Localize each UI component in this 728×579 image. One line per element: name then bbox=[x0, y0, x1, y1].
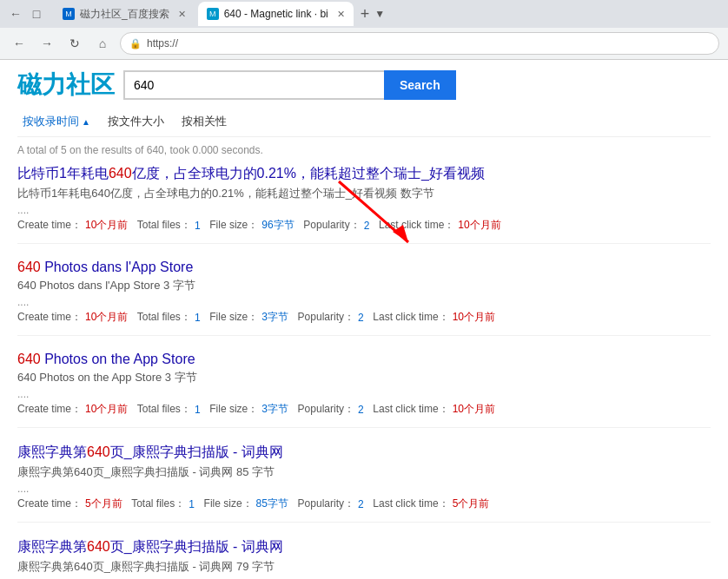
result-summary: A total of 5 on the results of 640, took… bbox=[17, 144, 711, 156]
result-4-dots: .... bbox=[17, 483, 711, 495]
sort-relevance-label: 按相关性 bbox=[182, 114, 227, 129]
tab-1-close[interactable]: ✕ bbox=[178, 9, 186, 20]
result-2-title[interactable]: 640 Photos dans l'App Store bbox=[17, 260, 193, 274]
result-item: 比特币1年耗电640亿度，占全球电力的0.21%，能耗超过整个瑞士_好看视频 比… bbox=[17, 165, 711, 244]
address-text: https:// bbox=[147, 37, 178, 49]
sort-time-arrow: ▲ bbox=[82, 117, 90, 127]
result-5-title-part1: 康熙字典第 bbox=[17, 539, 87, 554]
result-2-snippet: 640 Photos dans l'App Store 3 字节 bbox=[17, 278, 711, 293]
tab-2-close[interactable]: ✕ bbox=[337, 9, 345, 20]
result-5-snippet: 康熙字典第640页_康熙字典扫描版 - 词典网 79 字节 bbox=[17, 559, 711, 575]
forward-btn[interactable]: → bbox=[36, 33, 57, 54]
lock-icon: 🔒 bbox=[129, 38, 142, 49]
result-1-snippet: 比特币1年耗电640亿度，占全球电力的0.21%，能耗超过整个瑞士_好看视频 数… bbox=[17, 186, 711, 201]
result-4-title-part2: 页_康熙字典扫描版 - 词典网 bbox=[110, 444, 283, 459]
tab-controls: ← □ bbox=[7, 5, 45, 23]
back-btn[interactable]: ← bbox=[9, 33, 30, 54]
page-content: 磁力社区 Search 按收录时间 ▲ 按文件大小 按相关性 A total o… bbox=[0, 60, 728, 579]
result-item: 640 Photos dans l'App Store 640 Photos d… bbox=[17, 260, 711, 336]
result-1-title[interactable]: 比特币1年耗电640亿度，占全球电力的0.21%，能耗超过整个瑞士_好看视频 bbox=[17, 166, 485, 181]
sort-by-relevance-btn[interactable]: 按相关性 bbox=[176, 112, 232, 131]
results-list: 比特币1年耗电640亿度，占全球电力的0.21%，能耗超过整个瑞士_好看视频 比… bbox=[17, 165, 711, 579]
browser-chrome: ← □ M 磁力社区_百度搜索 ✕ M 640 - Magnetic link … bbox=[0, 0, 728, 60]
tab-1-favicon: M bbox=[63, 8, 75, 20]
result-1-dots: .... bbox=[17, 204, 711, 216]
result-item: 康熙字典第640页_康熙字典扫描版 - 词典网 康熙字典第640页_康熙字典扫描… bbox=[17, 538, 711, 579]
home-btn[interactable]: ⌂ bbox=[92, 33, 113, 54]
address-bar[interactable]: 🔒 https:// bbox=[120, 32, 719, 55]
result-2-highlight: 640 bbox=[17, 260, 41, 274]
nav-bar: ← → ↻ ⌂ 🔒 https:// bbox=[0, 28, 728, 59]
result-5-title[interactable]: 康熙字典第640页_康熙字典扫描版 - 词典网 bbox=[17, 539, 283, 554]
tab-1[interactable]: M 磁力社区_百度搜索 ✕ bbox=[54, 2, 195, 26]
result-3-title-rest: Photos on the App Store bbox=[41, 352, 195, 366]
result-2-title-rest: Photos dans l'App Store bbox=[41, 260, 194, 274]
result-4-meta: Create time：5个月前 Total files：1 File size… bbox=[17, 497, 711, 511]
result-1-highlight: 640 bbox=[109, 166, 132, 181]
result-4-title-part1: 康熙字典第 bbox=[17, 444, 87, 459]
tab-2-label: 640 - Magnetic link · bi bbox=[224, 8, 328, 20]
sort-time-label: 按收录时间 bbox=[23, 114, 79, 129]
site-logo: 磁力社区 bbox=[17, 69, 115, 102]
result-1-meta: Create time：10个月前 Total files：1 File siz… bbox=[17, 218, 711, 233]
logo-search-row: 磁力社区 Search bbox=[17, 69, 711, 102]
refresh-btn[interactable]: ↻ bbox=[64, 33, 85, 54]
result-item: 640 Photos on the App Store 640 Photos o… bbox=[17, 352, 711, 428]
sort-by-time-btn[interactable]: 按收录时间 ▲ bbox=[17, 112, 96, 131]
result-5-title-part2: 页_康熙字典扫描版 - 词典网 bbox=[110, 539, 283, 554]
sort-by-size-btn[interactable]: 按文件大小 bbox=[103, 112, 169, 131]
result-3-meta: Create time：10个月前 Total files：1 File siz… bbox=[17, 402, 711, 417]
new-tab-btn[interactable]: + bbox=[361, 5, 370, 23]
tab-back-btn[interactable]: ← bbox=[7, 5, 24, 23]
result-item: 康熙字典第640页_康熙字典扫描版 - 词典网 康熙字典第640页_康熙字典扫描… bbox=[17, 444, 711, 523]
tab-2-favicon: M bbox=[207, 8, 219, 20]
tab-1-label: 磁力社区_百度搜索 bbox=[80, 7, 169, 22]
result-4-snippet: 康熙字典第640页_康熙字典扫描版 - 词典网 85 字节 bbox=[17, 464, 711, 480]
result-4-highlight: 640 bbox=[87, 444, 110, 459]
result-1-title-part-1: 比特币1年耗电 bbox=[17, 166, 109, 181]
result-3-snippet: 640 Photos on the App Store 3 字节 bbox=[17, 370, 711, 385]
result-3-title[interactable]: 640 Photos on the App Store bbox=[17, 352, 195, 366]
search-input[interactable] bbox=[123, 70, 384, 100]
result-4-title[interactable]: 康熙字典第640页_康熙字典扫描版 - 词典网 bbox=[17, 444, 283, 459]
result-2-dots: .... bbox=[17, 296, 711, 308]
sort-row: 按收录时间 ▲ 按文件大小 按相关性 bbox=[17, 112, 711, 137]
sort-size-label: 按文件大小 bbox=[108, 114, 164, 129]
result-3-highlight: 640 bbox=[17, 352, 41, 366]
tab-list-dropdown[interactable]: ▼ bbox=[374, 8, 385, 20]
result-2-meta: Create time：10个月前 Total files：1 File siz… bbox=[17, 310, 711, 325]
tab-2[interactable]: M 640 - Magnetic link · bi ✕ bbox=[198, 2, 354, 26]
search-box: Search bbox=[123, 70, 456, 100]
tab-stack-btn[interactable]: □ bbox=[28, 5, 45, 23]
result-1-title-part-2: 亿度，占全球电力的0.21%，能耗超过整个瑞士_好看视频 bbox=[132, 166, 485, 181]
search-button[interactable]: Search bbox=[384, 70, 456, 100]
result-3-dots: .... bbox=[17, 388, 711, 400]
result-5-highlight: 640 bbox=[87, 539, 110, 554]
tab-bar: ← □ M 磁力社区_百度搜索 ✕ M 640 - Magnetic link … bbox=[0, 0, 728, 28]
